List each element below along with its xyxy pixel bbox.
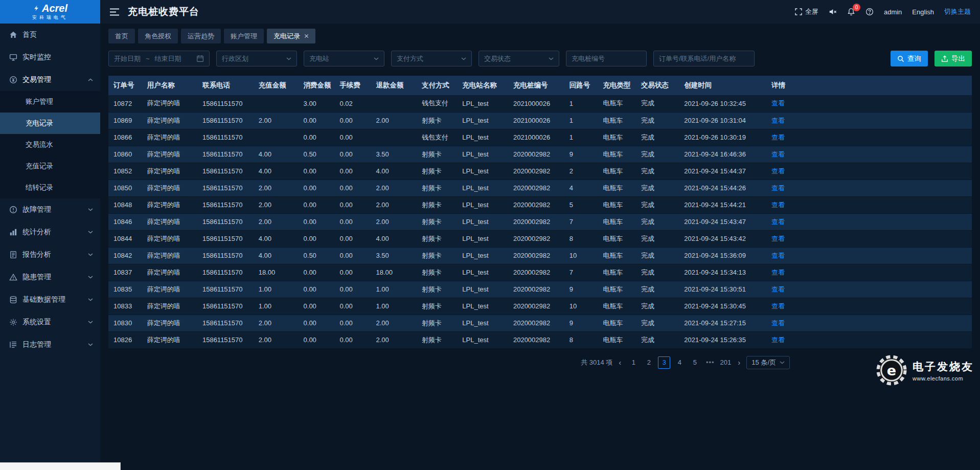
fullscreen-button[interactable]: 全屏 <box>794 7 818 16</box>
help-icon[interactable] <box>865 8 874 16</box>
tab-bar: 首页角色授权运营趋势账户管理充电记录 <box>100 24 980 47</box>
sidebar-subitem-2-3[interactable]: 充值记录 <box>0 155 100 177</box>
cell: 10833 <box>108 298 142 315</box>
cell: 电瓶车 <box>598 95 636 112</box>
cell: 15861151570 <box>197 331 254 348</box>
region-select[interactable]: 行政区划 <box>216 51 297 66</box>
sidebar-item-5[interactable]: 报告分析 <box>0 243 100 266</box>
page-ellipsis[interactable]: ••• <box>704 356 716 369</box>
cell: 电瓶车 <box>598 331 636 348</box>
theme-switch-link[interactable]: 切换主题 <box>944 7 971 16</box>
payment-method-select[interactable]: 支付方式 <box>391 51 472 66</box>
sidebar-item-4[interactable]: 统计分析 <box>0 221 100 243</box>
transaction-icon <box>9 76 17 84</box>
column-header-3: 充值金额 <box>254 76 299 95</box>
view-detail-link[interactable]: 查看 <box>771 133 785 141</box>
view-detail-link[interactable]: 查看 <box>771 167 785 175</box>
sidebar-item-7[interactable]: 基础数据管理 <box>0 288 100 311</box>
fullscreen-label: 全屏 <box>805 7 818 16</box>
view-detail-link[interactable]: 查看 <box>771 99 785 107</box>
keyword-input[interactable] <box>653 51 755 66</box>
view-detail-link[interactable]: 查看 <box>771 235 785 242</box>
page-button-201[interactable]: 201 <box>719 356 732 369</box>
cell: 0.00 <box>299 129 335 146</box>
cell: 电瓶车 <box>598 281 636 298</box>
sidebar-item-9[interactable]: 日志管理 <box>0 333 100 356</box>
view-detail-link[interactable]: 查看 <box>771 218 785 226</box>
sidebar-subitem-2-0[interactable]: 账户管理 <box>0 91 100 113</box>
transaction-status-select[interactable]: 交易状态 <box>478 51 559 66</box>
page-button-3[interactable]: 3 <box>658 356 670 369</box>
notifications-button[interactable]: 0 <box>847 8 855 16</box>
search-button-label: 查询 <box>907 54 921 63</box>
sidebar-item-1[interactable]: 实时监控 <box>0 46 100 69</box>
page-button-1[interactable]: 1 <box>627 356 640 369</box>
cell: LPL_test <box>457 196 508 213</box>
date-range-picker[interactable]: 开始日期~结束日期 <box>108 51 210 66</box>
chevron-down-icon <box>780 361 785 364</box>
column-header-7: 支付方式 <box>417 76 457 95</box>
cell: 2020002982 <box>508 281 564 298</box>
view-detail-link[interactable]: 查看 <box>771 268 785 276</box>
tab-0[interactable]: 首页 <box>108 29 135 43</box>
cell-detail: 查看 <box>766 146 972 163</box>
start-date-input[interactable]: 开始日期 <box>114 54 141 63</box>
tab-2[interactable]: 运营趋势 <box>181 29 221 43</box>
prev-page-button[interactable]: ‹ <box>618 359 622 366</box>
end-date-input[interactable]: 结束日期 <box>155 54 181 63</box>
cell: 10842 <box>108 247 142 264</box>
tab-3[interactable]: 账户管理 <box>224 29 264 43</box>
cell: 射频卡 <box>417 298 457 315</box>
cell: 10872 <box>108 95 142 112</box>
cell: 0.00 <box>334 196 371 213</box>
table-row: 10866薛定谔的喵158611515700.000.00钱包支付LPL_tes… <box>108 129 972 146</box>
sidebar-subitem-2-2[interactable]: 交易流水 <box>0 134 100 155</box>
page-button-2[interactable]: 2 <box>643 356 655 369</box>
view-detail-link[interactable]: 查看 <box>771 302 785 310</box>
view-detail-link[interactable]: 查看 <box>771 184 785 192</box>
menu-collapse-icon[interactable] <box>109 8 120 16</box>
view-detail-link[interactable]: 查看 <box>771 150 785 158</box>
cell: 射频卡 <box>417 247 457 264</box>
sidebar-subitem-2-1[interactable]: 充电记录 <box>0 113 100 134</box>
cell-detail: 查看 <box>766 196 972 213</box>
cell: LPL_test <box>457 146 508 163</box>
username[interactable]: admin <box>884 8 902 16</box>
tab-4[interactable]: 充电记录 <box>267 29 315 43</box>
view-detail-link[interactable]: 查看 <box>771 117 785 124</box>
page-button-4[interactable]: 4 <box>673 356 686 369</box>
cell: 电瓶车 <box>598 163 636 180</box>
view-detail-link[interactable]: 查看 <box>771 201 785 209</box>
view-detail-link[interactable]: 查看 <box>771 252 785 259</box>
cell: 2020002982 <box>508 247 564 264</box>
cell: 2021000026 <box>508 129 564 146</box>
tab-1[interactable]: 角色授权 <box>138 29 178 43</box>
sidebar-item-6[interactable]: 隐患管理 <box>0 266 100 288</box>
page-button-5[interactable]: 5 <box>689 356 701 369</box>
sidebar-subitem-2-4[interactable]: 结转记录 <box>0 177 100 198</box>
pile-number-input[interactable] <box>566 51 647 66</box>
view-detail-link[interactable]: 查看 <box>771 336 785 344</box>
sidebar-item-8[interactable]: 系统设置 <box>0 311 100 333</box>
sidebar-item-3[interactable]: 故障管理 <box>0 198 100 221</box>
search-button[interactable]: 查询 <box>891 51 928 66</box>
mute-icon[interactable] <box>829 8 837 16</box>
column-header-2: 联系电话 <box>197 76 254 95</box>
view-detail-link[interactable]: 查看 <box>771 285 785 293</box>
export-button[interactable]: 导出 <box>935 51 972 66</box>
next-page-button[interactable]: › <box>737 359 741 366</box>
cell: 4 <box>564 180 598 196</box>
cell: 4.00 <box>371 163 417 180</box>
cell: 完成 <box>636 146 679 163</box>
station-select[interactable]: 充电站 <box>304 51 384 66</box>
language-switch[interactable]: English <box>912 8 934 16</box>
page-list: 12345•••201 <box>627 356 732 369</box>
cell: 2.00 <box>254 213 299 230</box>
cell: 电瓶车 <box>598 264 636 281</box>
sidebar-item-0[interactable]: 首页 <box>0 24 100 46</box>
sidebar-item-2[interactable]: 交易管理 <box>0 69 100 91</box>
view-detail-link[interactable]: 查看 <box>771 319 785 327</box>
cell: 薛定谔的喵 <box>142 298 197 315</box>
table-row: 10842薛定谔的喵158611515704.000.500.003.50射频卡… <box>108 247 972 264</box>
page-size-select[interactable]: 15 条/页 <box>746 356 790 369</box>
